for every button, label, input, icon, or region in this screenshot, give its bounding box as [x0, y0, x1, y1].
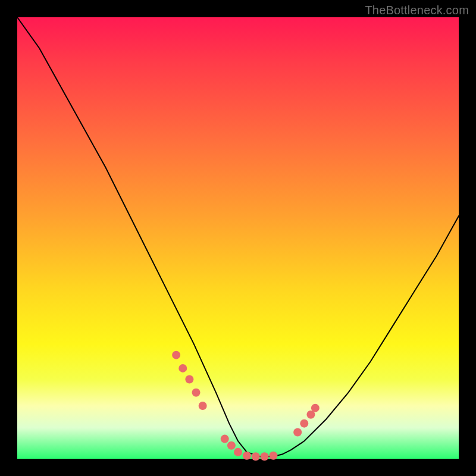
chart-frame: TheBottleneck.com	[0, 0, 476, 476]
highlight-dot	[172, 351, 180, 359]
highlight-dot	[269, 452, 277, 460]
highlight-dot	[178, 364, 187, 372]
highlight-dot	[293, 428, 302, 436]
highlight-dot	[300, 419, 308, 428]
highlight-dot	[252, 452, 260, 461]
watermark-text: TheBottleneck.com	[365, 4, 469, 17]
highlight-dot	[221, 435, 229, 443]
highlight-dot	[227, 441, 236, 450]
highlight-dot	[243, 452, 251, 460]
highlight-dot	[192, 389, 201, 397]
highlight-dot	[185, 375, 193, 383]
bottleneck-curve-path	[17, 17, 459, 456]
curve-layer	[17, 17, 459, 456]
plot-gradient-area	[17, 17, 459, 459]
highlight-dot	[234, 448, 242, 456]
chart-svg	[17, 17, 459, 459]
highlight-dot	[261, 452, 269, 461]
highlight-dot	[199, 402, 207, 410]
highlight-dot	[311, 404, 320, 412]
markers-layer	[172, 351, 320, 461]
